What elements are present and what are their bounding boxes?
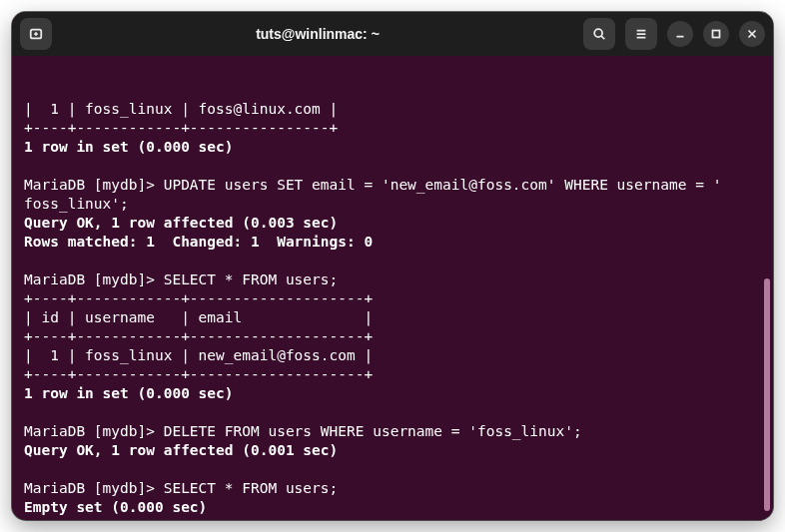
terminal-line: Empty set (0.000 sec) xyxy=(24,498,763,517)
terminal-line: foss_linux'; xyxy=(24,195,763,214)
terminal-output: | 1 | foss_linux | foss@linux.com |+----… xyxy=(24,100,763,520)
titlebar: tuts@winlinmac: ~ xyxy=(12,12,773,56)
terminal-line: 1 row in set (0.000 sec) xyxy=(24,384,763,403)
search-button[interactable] xyxy=(583,18,615,50)
terminal-line xyxy=(24,157,763,176)
terminal-line: +----+------------+--------------------+ xyxy=(24,327,763,346)
scrollbar-thumb[interactable] xyxy=(764,278,770,511)
terminal-line: +----+------------+----------------+ xyxy=(24,119,763,138)
terminal-line xyxy=(24,252,763,270)
terminal-line: 1 row in set (0.000 sec) xyxy=(24,138,763,157)
terminal-line: MariaDB [mydb]> SELECT * FROM users; xyxy=(24,479,763,498)
terminal-window: tuts@winlinmac: ~ | 1 | foss_linux | fos… xyxy=(12,12,773,520)
svg-rect-9 xyxy=(713,31,720,38)
search-icon xyxy=(592,27,606,41)
terminal-line xyxy=(24,517,763,520)
close-button[interactable] xyxy=(739,21,765,47)
window-title: tuts@winlinmac: ~ xyxy=(52,26,583,42)
terminal-line xyxy=(24,403,763,422)
svg-line-4 xyxy=(601,36,604,39)
terminal-line: +----+------------+--------------------+ xyxy=(24,365,763,384)
menu-button[interactable] xyxy=(625,18,657,50)
new-tab-button[interactable] xyxy=(20,18,52,50)
terminal-viewport[interactable]: | 1 | foss_linux | foss@linux.com |+----… xyxy=(12,56,773,520)
terminal-line: +----+------------+--------------------+ xyxy=(24,289,763,308)
plus-tab-icon xyxy=(29,27,43,41)
terminal-line: | id | username | email | xyxy=(24,308,763,327)
minimize-icon xyxy=(673,27,687,41)
maximize-icon xyxy=(709,27,723,41)
hamburger-icon xyxy=(634,27,648,41)
close-icon xyxy=(745,27,759,41)
maximize-button[interactable] xyxy=(703,21,729,47)
scrollbar-track[interactable] xyxy=(764,56,770,520)
svg-point-3 xyxy=(594,29,602,37)
terminal-line: MariaDB [mydb]> SELECT * FROM users; xyxy=(24,270,763,289)
terminal-line xyxy=(24,460,763,479)
terminal-line: Query OK, 1 row affected (0.003 sec) xyxy=(24,214,763,233)
terminal-line: MariaDB [mydb]> DELETE FROM users WHERE … xyxy=(24,422,763,441)
minimize-button[interactable] xyxy=(667,21,693,47)
terminal-line: | 1 | foss_linux | new_email@foss.com | xyxy=(24,346,763,365)
terminal-line: Rows matched: 1 Changed: 1 Warnings: 0 xyxy=(24,233,763,252)
terminal-line: | 1 | foss_linux | foss@linux.com | xyxy=(24,100,763,119)
terminal-line: MariaDB [mydb]> UPDATE users SET email =… xyxy=(24,176,763,195)
terminal-line: Query OK, 1 row affected (0.001 sec) xyxy=(24,441,763,460)
